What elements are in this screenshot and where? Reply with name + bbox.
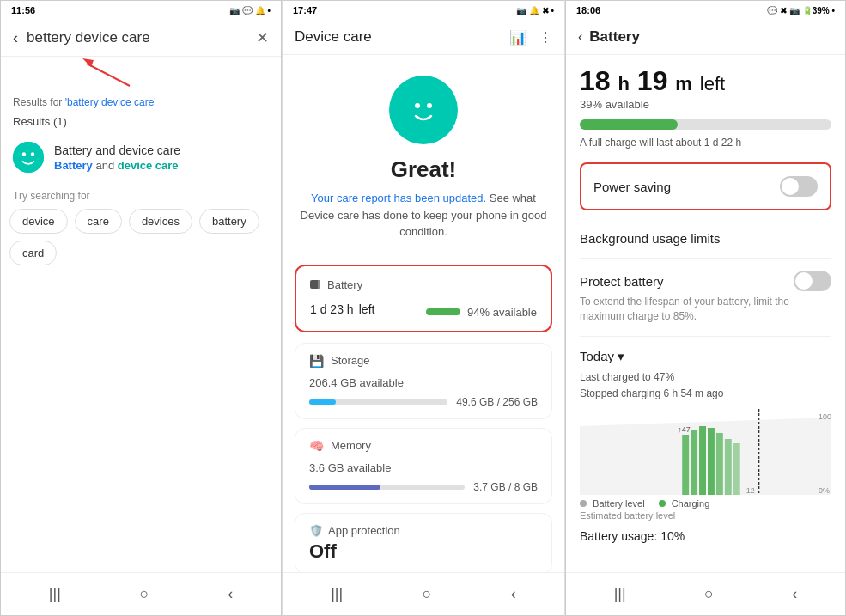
search-input[interactable] bbox=[27, 29, 247, 46]
full-charge-info: A full charge will last about 1 d 22 h bbox=[580, 137, 831, 149]
great-subtitle-link[interactable]: Your care report has been updated. bbox=[311, 192, 486, 204]
chip-devices[interactable]: devices bbox=[129, 209, 192, 234]
result-link-devicecare[interactable]: device care bbox=[118, 159, 179, 172]
today-section: Today ▾ Last charged to 47%Stopped charg… bbox=[580, 337, 831, 548]
red-arrow-annotation bbox=[78, 57, 181, 88]
battery-card-header: Battery bbox=[310, 278, 537, 291]
nav-home-2[interactable]: ○ bbox=[412, 582, 442, 607]
battery-detail-header: ‹ Battery bbox=[566, 20, 845, 55]
panel-search: 11:56 📷 💬 🔔 • ‹ ✕ Results for 'battery d… bbox=[0, 0, 282, 616]
protect-battery-toggle[interactable] bbox=[794, 271, 831, 291]
result-subtitle: Battery and device care bbox=[54, 159, 180, 172]
svg-point-6 bbox=[427, 103, 432, 108]
status-icons-1: 📷 💬 🔔 • bbox=[229, 6, 271, 15]
storage-progress-bg bbox=[309, 399, 447, 405]
status-icons-3: 💬 ✖ 📷 🔋39% • bbox=[767, 6, 835, 15]
svg-point-3 bbox=[22, 152, 26, 156]
chip-care[interactable]: care bbox=[75, 209, 122, 234]
power-saving-label: Power saving bbox=[593, 180, 671, 194]
status-time-1: 11:56 bbox=[11, 5, 35, 15]
svg-text:12: 12 bbox=[746, 486, 755, 495]
result-and: and bbox=[95, 159, 117, 172]
search-header: ‹ ✕ bbox=[1, 20, 281, 57]
status-bar-2: 17:47 📷 🔔 ✖ • bbox=[283, 1, 564, 20]
battery-card[interactable]: Battery 1 d 23 h left 94% available bbox=[295, 265, 552, 332]
panel-battery-detail: 18:06 💬 ✖ 📷 🔋39% • ‹ Battery 18 h 19 m l… bbox=[565, 0, 846, 616]
nav-home-3[interactable]: ○ bbox=[694, 582, 724, 607]
svg-point-4 bbox=[31, 152, 34, 156]
nav-recent-1[interactable]: ||| bbox=[39, 582, 71, 607]
today-header[interactable]: Today ▾ bbox=[580, 349, 831, 364]
svg-rect-11 bbox=[716, 433, 723, 495]
nav-recent-2[interactable]: ||| bbox=[320, 582, 353, 607]
results-for: Results for 'battery device care' bbox=[1, 88, 281, 112]
storage-detail: 49.6 GB / 256 GB bbox=[456, 396, 538, 408]
device-care-content: Great! Your care report has been updated… bbox=[283, 55, 564, 572]
result-link-battery[interactable]: Battery bbox=[54, 159, 93, 172]
nav-recent-3[interactable]: ||| bbox=[604, 582, 636, 607]
chip-device[interactable]: device bbox=[9, 209, 68, 234]
power-saving-card[interactable]: Power saving bbox=[580, 162, 831, 210]
battery-detail-title: Battery bbox=[589, 28, 640, 46]
status-time-3: 18:06 bbox=[576, 5, 600, 15]
protect-battery-section[interactable]: Protect battery To extend the lifespan o… bbox=[580, 259, 831, 337]
memory-progress-bg bbox=[309, 485, 465, 490]
time-remaining: 18 h 19 m left bbox=[580, 67, 831, 95]
nav-back-2[interactable]: ‹ bbox=[501, 582, 526, 607]
search-back-button[interactable]: ‹ bbox=[13, 29, 18, 47]
storage-label: Storage bbox=[331, 354, 370, 367]
app-protection-card[interactable]: 🛡️ App protection Off bbox=[295, 513, 552, 573]
status-time-2: 17:47 bbox=[293, 5, 317, 15]
storage-card[interactable]: 💾 Storage 206.4 GB available 49.6 GB / 2… bbox=[295, 343, 552, 419]
nav-bar-3: ||| ○ ‹ bbox=[566, 572, 845, 615]
svg-rect-7 bbox=[682, 435, 689, 495]
chart-legend: Battery level Charging bbox=[580, 498, 831, 509]
svg-rect-12 bbox=[725, 439, 732, 495]
search-clear-button[interactable]: ✕ bbox=[256, 28, 269, 47]
svg-point-5 bbox=[415, 103, 420, 108]
nav-back-1[interactable]: ‹ bbox=[217, 582, 243, 607]
nav-back-3[interactable]: ‹ bbox=[782, 582, 807, 607]
svg-text:↑47: ↑47 bbox=[678, 425, 690, 434]
header-icons: 📊 ⋮ bbox=[509, 29, 552, 46]
app-prot-icon: 🛡️ bbox=[309, 524, 323, 537]
pct-available: 39% available bbox=[580, 98, 831, 111]
battery-status: 94% available bbox=[467, 306, 537, 319]
battery-back-button[interactable]: ‹ bbox=[578, 29, 582, 45]
legend-charging: Charging bbox=[659, 498, 710, 509]
nav-home-1[interactable]: ○ bbox=[130, 582, 160, 607]
more-icon[interactable]: ⋮ bbox=[539, 29, 552, 46]
chip-battery[interactable]: battery bbox=[199, 209, 259, 234]
memory-detail: 3.7 GB / 8 GB bbox=[473, 481, 538, 493]
svg-rect-10 bbox=[708, 428, 715, 495]
battery-level-fill bbox=[580, 119, 678, 130]
protect-desc: To extend the lifespan of your battery, … bbox=[580, 295, 831, 324]
memory-progress-fill bbox=[309, 485, 380, 490]
device-care-header: Device care 📊 ⋮ bbox=[283, 20, 564, 55]
battery-bar-container: 94% available bbox=[426, 306, 537, 319]
bg-usage-item[interactable]: Background usage limits bbox=[580, 219, 831, 259]
status-bar-1: 11:56 📷 💬 🔔 • bbox=[1, 1, 281, 20]
result-title: Battery and device care bbox=[54, 143, 180, 157]
protect-header: Protect battery bbox=[580, 271, 831, 291]
memory-card[interactable]: 🧠 Memory 3.6 GB available 3.7 GB / 8 GB bbox=[295, 428, 552, 504]
svg-line-0 bbox=[87, 64, 130, 86]
results-for-link[interactable]: 'battery device care' bbox=[65, 96, 156, 108]
search-result-item[interactable]: Battery and device care Battery and devi… bbox=[1, 135, 281, 180]
result-item-icon bbox=[13, 142, 44, 173]
app-prot-label: App protection bbox=[328, 524, 400, 537]
memory-header: 🧠 Memory bbox=[309, 439, 538, 453]
chart-icon[interactable]: 📊 bbox=[509, 29, 526, 46]
svg-rect-8 bbox=[691, 430, 697, 495]
status-bar-3: 18:06 💬 ✖ 📷 🔋39% • bbox=[566, 1, 845, 20]
legend-estimated: Estimated battery level bbox=[580, 510, 831, 521]
status-icons-2: 📷 🔔 ✖ • bbox=[516, 6, 554, 15]
device-care-title: Device care bbox=[295, 28, 372, 46]
storage-icon: 💾 bbox=[309, 354, 324, 368]
results-count: Results (1) bbox=[1, 112, 281, 135]
chip-card[interactable]: card bbox=[9, 241, 57, 265]
search-chips: device care devices battery card bbox=[1, 209, 281, 265]
legend-battery: Battery level bbox=[580, 498, 645, 509]
power-saving-toggle[interactable] bbox=[780, 176, 818, 197]
great-title: Great! bbox=[391, 156, 457, 183]
